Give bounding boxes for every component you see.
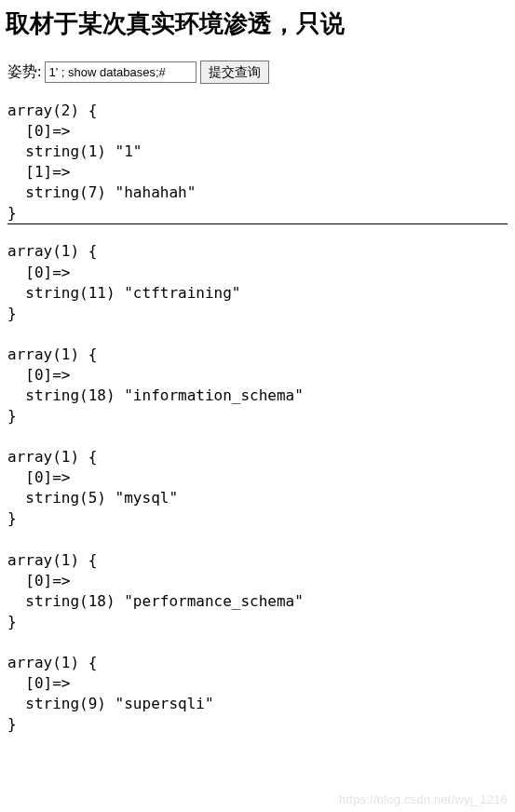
query-form: 姿势: 提交查询 [0, 40, 515, 84]
submit-button[interactable]: 提交查询 [200, 61, 269, 84]
result-dump-top: array(2) { [0]=> string(1) "1" [1]=> str… [0, 84, 515, 223]
watermark: https://blog.csdn.net/wyj_1216 [339, 792, 508, 806]
page-title: 取材于某次真实环境渗透，只说 [0, 0, 515, 40]
form-label: 姿势: [7, 62, 41, 82]
sql-input[interactable] [45, 61, 197, 83]
result-dump-databases: array(1) { [0]=> string(11) "ctftraining… [0, 224, 515, 735]
